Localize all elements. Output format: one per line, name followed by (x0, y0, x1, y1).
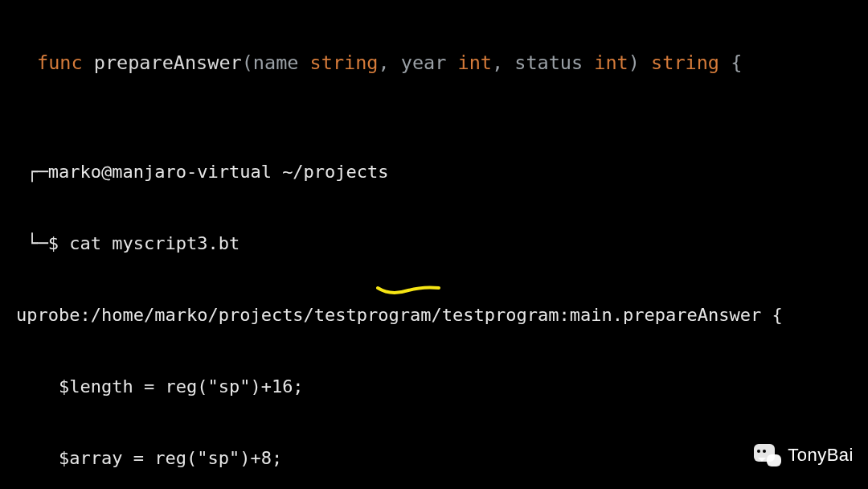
param-type-1: string (310, 51, 379, 74)
keyword-func: func (37, 51, 83, 74)
wechat-icon (754, 444, 781, 466)
param-name-3: status (514, 51, 583, 74)
comma-2: , (492, 51, 514, 74)
paren-close: ) (628, 51, 640, 74)
return-type: string (651, 51, 719, 74)
watermark: TonyBai (754, 444, 854, 466)
brace-open: { (731, 51, 742, 74)
watermark-text: TonyBai (788, 445, 854, 466)
script-line: uprobe:/home/marko/projects/testprogram/… (16, 303, 868, 327)
terminal-output: ┌─marko@manjaro-virtual ~/projects └─$ c… (0, 74, 868, 489)
function-name: prepareAnswer (94, 51, 242, 74)
code-editor-line: func prepareAnswer(name string, year int… (0, 0, 868, 74)
comma-1: , (378, 51, 400, 74)
script-line: $length = reg("sp")+16; (16, 375, 868, 399)
paren-open: ( (242, 51, 253, 74)
script-line: $array = reg("sp")+8; (16, 446, 868, 471)
shell-prompt-line: ┌─marko@manjaro-virtual ~/projects (16, 160, 868, 184)
shell-command-line: └─$ cat myscript3.bt (16, 232, 868, 256)
param-name-1: name (253, 51, 299, 74)
param-type-3: int (594, 51, 628, 74)
param-name-2: year (401, 51, 447, 74)
param-type-2: int (458, 51, 492, 74)
